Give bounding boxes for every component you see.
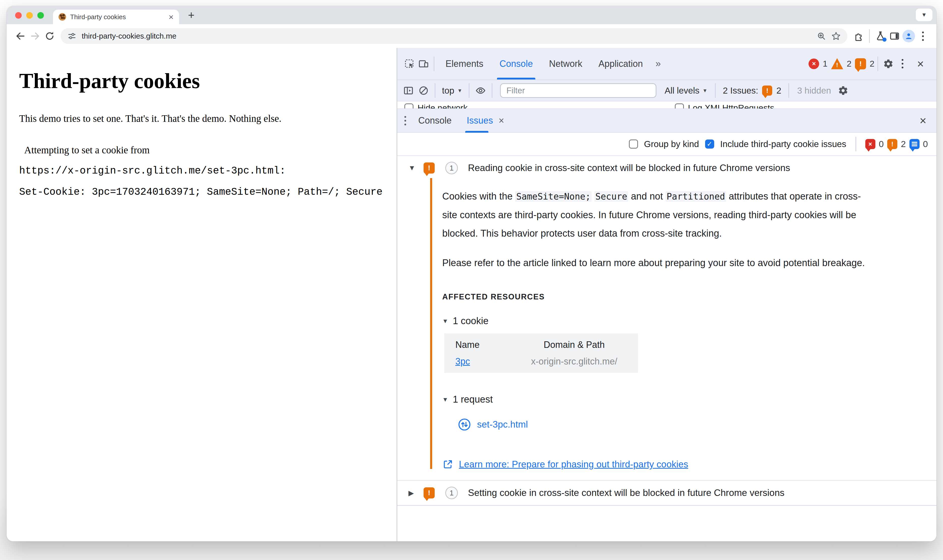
console-status-badges[interactable]: × 1 ! 2 ! 2: [809, 58, 874, 69]
device-toolbar-button[interactable]: [417, 57, 431, 71]
close-window-button[interactable]: [15, 12, 22, 18]
page-error-count: 0: [879, 139, 884, 149]
zoom-icon[interactable]: [817, 31, 826, 41]
include-third-party-label[interactable]: Include third-party cookie issues: [720, 139, 846, 149]
back-button[interactable]: [13, 29, 28, 43]
console-sidebar-button[interactable]: [402, 83, 415, 98]
request-group-row[interactable]: ▼ 1 request: [442, 394, 921, 405]
drawer-tab-console[interactable]: Console: [411, 109, 459, 132]
devtools-menu-button[interactable]: [895, 57, 909, 71]
context-label: top: [442, 86, 454, 95]
avatar: [902, 30, 915, 42]
toolbar-separator: [855, 137, 856, 151]
check-icon: ✓: [707, 140, 712, 148]
bookmark-star-icon[interactable]: [831, 31, 841, 41]
new-tab-button[interactable]: +: [185, 9, 198, 22]
issue-title[interactable]: Setting cookie in cross-site context wil…: [468, 488, 784, 498]
issue-title[interactable]: Reading cookie in cross-site context wil…: [468, 163, 790, 173]
page-title: Third-party cookies: [19, 69, 389, 93]
maximize-window-button[interactable]: [37, 12, 44, 18]
clear-console-button[interactable]: [417, 83, 431, 98]
expand-triangle-icon[interactable]: ▶: [408, 489, 420, 497]
forward-button[interactable]: [28, 29, 42, 43]
experiments-badge-dot: [883, 38, 886, 42]
issue-body: Cookies with the SameSite=None; Secure a…: [397, 180, 937, 480]
include-third-party-checkbox[interactable]: ✓: [705, 140, 714, 149]
close-issues-tab-icon[interactable]: ×: [498, 115, 504, 126]
hide-network-setting[interactable]: Hide network: [405, 103, 468, 108]
hidden-messages-label[interactable]: 3 hidden: [793, 86, 835, 95]
more-tabs-chevron-icon[interactable]: »: [651, 58, 664, 69]
issue-count-pill: 1: [445, 486, 458, 499]
tab-close-icon[interactable]: ×: [169, 12, 174, 21]
devtools-panel: Elements Console Network Application » ×…: [397, 48, 937, 542]
console-settings-button[interactable]: [836, 83, 850, 98]
tab-strip: Third-party cookies × + ▼: [6, 6, 937, 24]
chevron-down-icon: ▼: [703, 88, 708, 94]
drawer-tab-issues[interactable]: Issues ×: [459, 109, 512, 132]
side-panel-button[interactable]: [888, 29, 901, 43]
external-link-icon: [442, 459, 453, 470]
url-bar[interactable]: third-party-cookies.glitch.me: [60, 28, 848, 44]
issues-counter-label: 2 Issues:: [723, 86, 758, 95]
tab-console[interactable]: Console: [491, 48, 541, 80]
toolbar-separator: [788, 83, 789, 98]
collapse-triangle-icon[interactable]: ▼: [408, 164, 420, 172]
cookie-name-link[interactable]: 3pc: [455, 356, 521, 367]
issue-reading-cookie: ▼ ! 1 Reading cookie in cross-site conte…: [397, 156, 937, 480]
issue-setting-cookie: ▶ ! 1 Setting cookie in cross-site conte…: [397, 481, 937, 505]
tab-search-chevron-icon[interactable]: ▼: [916, 9, 932, 21]
issue-header[interactable]: ▼ ! 1 Reading cookie in cross-site conte…: [397, 156, 937, 180]
drawer-close-button[interactable]: ×: [912, 114, 934, 128]
devtools-close-button[interactable]: ×: [909, 57, 931, 71]
collapse-triangle-icon[interactable]: ▼: [442, 318, 448, 325]
request-file-link[interactable]: set-3pc.html: [477, 419, 528, 430]
tab-network[interactable]: Network: [541, 48, 590, 80]
warning-badge-icon: !: [831, 58, 843, 69]
checkbox[interactable]: [405, 103, 414, 109]
affected-resources-heading: AFFECTED RESOURCES: [442, 292, 921, 302]
cookie-log-setcookie: Set-Cookie: 3pc=1703240163971; SameSite=…: [19, 182, 389, 203]
browser-toolbar: third-party-cookies.glitch.me: [6, 24, 937, 48]
url-text[interactable]: third-party-cookies.glitch.me: [82, 32, 812, 40]
reload-button[interactable]: [42, 29, 57, 43]
learn-more-row[interactable]: Learn more: Prepare for phasing out thir…: [442, 459, 921, 470]
issue-header[interactable]: ▶ ! 1 Setting cookie in cross-site conte…: [397, 481, 937, 505]
eye-icon: [475, 85, 486, 96]
inspect-cursor-icon: [404, 58, 415, 69]
log-levels-selector[interactable]: All levels ▼: [661, 86, 711, 95]
drawer-menu-icon[interactable]: [400, 116, 411, 125]
browser-tab[interactable]: Third-party cookies ×: [53, 9, 179, 24]
group-by-kind-checkbox[interactable]: [629, 140, 638, 149]
clear-icon: [418, 85, 429, 96]
issues-end-separator: [397, 505, 937, 506]
cookie-group-row[interactable]: ▼ 1 cookie: [442, 315, 921, 326]
checkbox[interactable]: [675, 103, 684, 109]
window-controls: [15, 12, 44, 18]
tab-label: Console: [418, 115, 452, 126]
tab-label: Elements: [446, 58, 483, 69]
devtools-settings-button[interactable]: [881, 57, 895, 71]
minimize-window-button[interactable]: [26, 12, 33, 18]
profile-button[interactable]: [901, 29, 916, 43]
log-xhr-setting[interactable]: Log XMLHttpRequests: [675, 103, 774, 108]
tab-elements[interactable]: Elements: [437, 48, 491, 80]
inspect-element-button[interactable]: [402, 57, 417, 71]
site-settings-icon[interactable]: [67, 31, 77, 41]
context-selector[interactable]: top ▼: [440, 86, 465, 95]
learn-more-link[interactable]: Learn more: Prepare for phasing out thir…: [459, 459, 688, 470]
console-filter-input[interactable]: [500, 83, 657, 98]
tab-application[interactable]: Application: [590, 48, 651, 80]
request-row[interactable]: set-3pc.html: [458, 418, 921, 431]
experiments-button[interactable]: [873, 29, 888, 43]
chevron-down-icon: ▼: [457, 88, 462, 94]
live-expression-button[interactable]: [474, 83, 488, 98]
group-by-kind-label[interactable]: Group by kind: [644, 139, 699, 149]
text-segment: and not: [628, 191, 666, 202]
issues-counter[interactable]: 2 Issues: ! 2: [720, 86, 784, 95]
browser-menu-button[interactable]: [916, 29, 930, 43]
extensions-button[interactable]: [851, 29, 866, 43]
text-segment: Cookies with the: [442, 191, 515, 202]
collapse-triangle-icon[interactable]: ▼: [442, 396, 448, 403]
cookie-log: Attempting to set a cookie from https://…: [19, 140, 389, 203]
